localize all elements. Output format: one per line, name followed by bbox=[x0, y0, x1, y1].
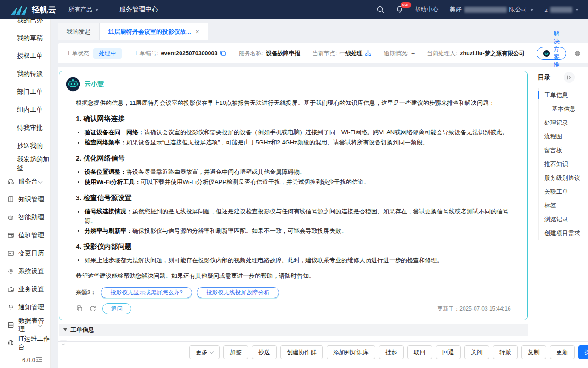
sidebar-item-department-tickets[interactable]: 部门工单 bbox=[0, 83, 50, 101]
sidebar-item-pending-approval[interactable]: 待我审批 bbox=[0, 119, 50, 137]
copy-icon[interactable] bbox=[220, 50, 226, 57]
all-products-menu[interactable]: 所有产品 bbox=[68, 6, 99, 14]
chevron-down-icon bbox=[38, 179, 42, 184]
calendar-clock-icon bbox=[7, 232, 14, 239]
sidebar-item-group-tickets[interactable]: 组内工单 bbox=[0, 101, 50, 119]
workflow-icon[interactable] bbox=[365, 50, 372, 57]
help-center-link[interactable]: 帮助中心 bbox=[415, 6, 439, 14]
toc-item-basic-info[interactable]: 基本信息 bbox=[539, 102, 588, 116]
sidebar-item-it-ops-workbench[interactable]: IT运维工作台 bbox=[0, 334, 50, 351]
regenerate-icon[interactable] bbox=[89, 305, 97, 313]
ai-bullet: 设备位置调整：将设备尽量靠近路由器放置，并避免中间有墙壁或其他金属障碍物。 bbox=[85, 167, 511, 177]
toc-item-message-board[interactable]: 留言板 bbox=[539, 144, 588, 157]
company-selector[interactable]: 美好限公司 bbox=[450, 6, 534, 14]
sidebar-item-my-transfers[interactable]: 我的转派 bbox=[0, 65, 50, 83]
robot-icon bbox=[543, 50, 550, 57]
left-sidebar: 我的已办 我的草稿 授权工单 我的转派 部门工单 组内工单 待我审批 抄送我的 … bbox=[0, 19, 51, 368]
sidebar-item-knowledge-mgmt[interactable]: 知识管理 bbox=[0, 190, 50, 208]
print-icon[interactable] bbox=[574, 50, 581, 58]
solution-recommend-button[interactable]: 解决方案推荐 bbox=[537, 47, 566, 60]
ai-assistant-name: 云小慧 bbox=[85, 80, 104, 88]
toc-collapse-button[interactable] bbox=[564, 72, 575, 83]
headset-icon bbox=[7, 178, 14, 185]
duplicate-button[interactable]: 复制 bbox=[521, 345, 546, 359]
toc-item-tags[interactable]: 标签 bbox=[539, 199, 588, 213]
rollback-button[interactable]: 回退 bbox=[436, 345, 461, 359]
sidebar-item-my-countersign[interactable]: 我发起的加签 bbox=[0, 155, 50, 172]
ai-closing-text: 希望这些建议能够帮助您解决问题。如果还有其他疑问或需要进一步的帮助，请随时告知。 bbox=[76, 271, 511, 281]
suspend-button[interactable]: 挂起 bbox=[379, 345, 404, 359]
toc-item-related-tickets[interactable]: 关联工单 bbox=[539, 185, 588, 199]
caret-down-icon bbox=[95, 9, 99, 11]
sidebar-item-ai-assistant[interactable]: 智能助理 bbox=[0, 208, 50, 226]
transfer-button[interactable]: 转派 bbox=[493, 345, 518, 359]
sidebar-item-business-settings[interactable]: 业务设置 bbox=[0, 280, 50, 298]
toc-panel: 目录 工单信息 基本信息 处理记录 流程图 留言板 推荐知识 服务级别协议 关联… bbox=[531, 67, 588, 341]
toc-title: 目录 bbox=[538, 73, 551, 81]
source-link-wireless-analysis[interactable]: 投影仪无线投屏故障分析 bbox=[197, 287, 279, 298]
globe-icon bbox=[7, 339, 14, 346]
search-icon[interactable] bbox=[376, 6, 384, 14]
caret-down-icon bbox=[530, 9, 534, 11]
toc-item-process-records[interactable]: 处理记录 bbox=[539, 116, 588, 130]
redacted-company-name bbox=[464, 7, 507, 13]
follow-up-button[interactable]: 追问 bbox=[102, 303, 131, 314]
source-link-black-screen[interactable]: 投影仪无显示或黑屏怎么办? bbox=[101, 287, 192, 298]
sidebar-item-duty-mgmt[interactable]: 值班管理 bbox=[0, 226, 50, 244]
sidebar-item-change-calendar[interactable]: 变更日历 bbox=[0, 244, 50, 262]
toc-item-flowchart[interactable]: 流程图 bbox=[539, 130, 588, 144]
retrieve-button[interactable]: 取回 bbox=[407, 345, 432, 359]
ai-avatar bbox=[66, 77, 80, 92]
ai-section-title: 3. 检查信号源设置 bbox=[76, 194, 511, 202]
sidebar-item-datatable-mgmt[interactable]: 数据表管理 bbox=[0, 316, 50, 334]
gear-icon bbox=[7, 268, 14, 275]
ai-assistant-card: 云小慧 根据您提供的信息，11层鹿特丹会议室的投影仪在早上10点被报告无法进行无… bbox=[59, 71, 528, 320]
more-button[interactable]: 更多 bbox=[189, 345, 220, 359]
update-button[interactable]: 更新 bbox=[550, 345, 575, 359]
book-icon bbox=[7, 196, 14, 203]
briefcase-gear-icon bbox=[7, 286, 14, 293]
sidebar-item-my-drafts[interactable]: 我的草稿 bbox=[0, 29, 50, 47]
toc-item-create-project-requirement[interactable]: 创建项目需求 bbox=[539, 226, 588, 240]
ai-bullet: 验证设备在同一网络：请确认会议室的投影仪和需要投屏的设备（例如手机或电脑）连接到… bbox=[85, 128, 511, 137]
sidebar-item-my-done[interactable]: 我的已办 bbox=[0, 11, 50, 29]
divider bbox=[109, 6, 109, 13]
collapse-sidebar-icon[interactable] bbox=[35, 356, 43, 363]
sidebar-item-notification-mgmt[interactable]: 通知管理 bbox=[0, 298, 50, 316]
user-menu[interactable]: z bbox=[545, 6, 579, 13]
tab-bar: 我的发起 11层鹿特丹会议室的投影仪故... × bbox=[58, 22, 588, 40]
tab-current-ticket[interactable]: 11层鹿特丹会议室的投影仪故... × bbox=[99, 23, 208, 40]
top-navigation-bar: 轻帆云 所有产品 服务管理中心 99+ 帮助中心 美好限公司 z bbox=[0, 0, 588, 19]
sidebar-item-system-settings[interactable]: 系统设置 bbox=[0, 262, 50, 280]
create-collab-group-button[interactable]: 创建协作群 bbox=[280, 345, 323, 359]
sidebar-item-authorized-tickets[interactable]: 授权工单 bbox=[0, 47, 50, 65]
section-ticket-info[interactable]: 工单信息 bbox=[59, 324, 528, 336]
notifications-bell-icon[interactable]: 99+ bbox=[396, 6, 404, 14]
ai-bullet: 分辨率与刷新率：确保投影仪与信号源的分辨率和刷新率匹配。如果不一致，可能会导致投… bbox=[85, 226, 511, 236]
toc-item-sla[interactable]: 服务级别协议 bbox=[539, 171, 588, 185]
chevron-down-icon bbox=[209, 350, 213, 353]
sidebar-item-cc-to-me[interactable]: 抄送我的 bbox=[0, 137, 50, 155]
toc-item-recommended-knowledge[interactable]: 推荐知识 bbox=[539, 157, 588, 171]
ai-section-bullets: 如果上述步骤都无法解决问题，则可能存在投影仪内部的视频处理电路故障。此时，建议联… bbox=[76, 256, 511, 265]
ticket-detail-column: 云小慧 根据您提供的信息，11层鹿特丹会议室的投影仪在早上10点被报告无法进行无… bbox=[58, 67, 531, 341]
cc-button[interactable]: 抄送 bbox=[252, 345, 277, 359]
toc-item-ticket-info[interactable]: 工单信息 bbox=[539, 88, 588, 102]
sidebar-item-service-desk[interactable]: 服务台 bbox=[0, 172, 50, 190]
sidebar-menu: 我的已办 我的草稿 授权工单 我的转派 部门工单 组内工单 待我审批 抄送我的 … bbox=[0, 11, 50, 351]
close-tab-icon[interactable]: × bbox=[196, 28, 199, 35]
ai-bullet: 检查网络频率：如果设备显示“已连接但无投屏选项”，可能是由于5GHz和2.4GH… bbox=[85, 138, 511, 147]
submit-button[interactable]: 提交 bbox=[578, 345, 588, 359]
ai-bullet: 如果上述步骤都无法解决问题，则可能存在投影仪内部的视频处理电路故障。此时，建议联… bbox=[85, 256, 511, 265]
ai-section-bullets: 验证设备在同一网络：请确认会议室的投影仪和需要投屏的设备（例如手机或电脑）连接到… bbox=[76, 128, 511, 147]
copy-response-icon[interactable] bbox=[76, 305, 84, 313]
close-ticket-button[interactable]: 关闭 bbox=[464, 345, 489, 359]
tab-my-initiated[interactable]: 我的发起 bbox=[58, 23, 99, 40]
status-badge: 处理中 bbox=[93, 48, 122, 59]
caret-down-icon bbox=[575, 9, 579, 11]
main-content: 我的发起 11层鹿特丹会议室的投影仪故... × 工单状态: 处理中 工单编号:… bbox=[51, 19, 588, 368]
sources-label: 来源2： bbox=[76, 289, 96, 297]
toc-item-browse-history[interactable]: 浏览记录 bbox=[539, 213, 588, 226]
add-to-knowledge-base-button[interactable]: 添加到知识库 bbox=[327, 345, 375, 359]
countersign-button[interactable]: 加签 bbox=[223, 345, 248, 359]
